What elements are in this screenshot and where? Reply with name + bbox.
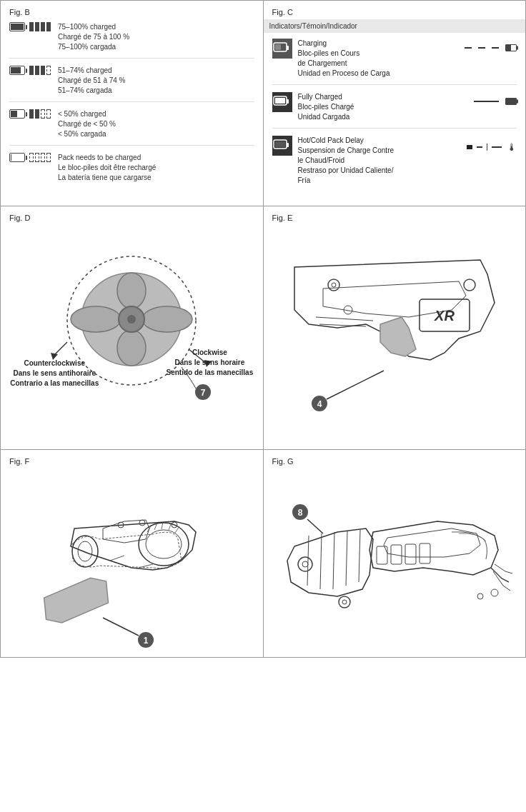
hot-cold-text: Hot/Cold Pack Delay Suspension de Charge… [298,136,465,186]
svg-text:4: 4 [317,399,322,409]
seg [41,66,45,75]
svg-point-55 [302,561,308,567]
seg [41,22,45,31]
fig-e-svg: XR 4 [273,231,516,424]
fig-d-label: Fig. D [9,214,254,222]
svg-point-54 [298,557,312,571]
battery-indicator-nub [517,46,518,50]
seg [35,22,39,31]
svg-point-13 [117,273,146,309]
clockwise-label: Clockwise Dans le sens horaire Sentido d… [167,348,254,378]
led-dash [477,146,482,148]
fully-charged-label3: Unidad Cargada [298,113,350,121]
svg-line-52 [346,531,347,586]
svg-point-59 [477,593,483,599]
led-space [487,47,490,49]
svg-rect-4 [287,99,289,104]
svg-text:8: 8 [297,508,302,518]
indicator-row-charging: Charging Bloc-piles en Cours de Chargeme… [272,39,517,85]
charging-label3: de Chargement [298,59,347,67]
hot-cold-icon [272,136,292,156]
svg-line-29 [327,371,384,399]
svg-line-27 [316,317,373,321]
battery-icon-threequarter [9,66,51,75]
svg-rect-8 [275,141,285,147]
fig-e-content: XR 4 [272,228,517,428]
svg-text:XR: XR [434,308,455,324]
battery-fill [11,24,24,30]
svg-line-37 [139,564,153,568]
counterclockwise-label: Counterclockwise Dans le sens antihorair… [10,359,99,389]
battery-fill [11,154,11,161]
hot-cold-label: Hot/Cold Pack Delay [298,136,364,144]
battery-fill [11,67,21,74]
battery-row-half: < 50% chargedChargé de < 50 %< 50% carga… [9,109,254,146]
battery-text-half: < 50% chargedChargé de < 50 %< 50% carga… [58,109,116,139]
hot-cold-label5: Fría [298,176,311,184]
svg-rect-2 [275,44,281,50]
charging-text: Charging Bloc-piles en Cours de Chargeme… [298,39,460,79]
battery-text-full: 75–100% chargedChargé de 75 à 100 %75–10… [58,22,129,52]
battery-indicator-nub [517,100,518,104]
svg-line-46 [103,618,139,636]
fig-e-label: Fig. E [272,214,517,222]
battery-body [9,109,25,119]
fully-charged-label: Fully Charged [298,93,342,101]
battery-fill [11,111,17,117]
indicator-row-fully-charged: Fully Charged Bloc-piles Chargé Unidad C… [272,92,517,129]
svg-point-57 [342,600,347,604]
seg [46,22,51,31]
battery-row-threequarter: 51–74% chargedChargé de 51 à 74 %51–74% … [9,66,254,102]
battery-text-empty: Pack needs to be chargedLe bloc-piles do… [58,153,156,183]
svg-line-53 [359,530,360,582]
led-dash [467,145,472,149]
svg-line-51 [333,532,334,589]
hot-cold-label2: Suspension de Charge Contre [298,146,394,154]
battery-row-full: 75–100% chargedChargé de 75 à 100 %75–10… [9,22,254,59]
charging-icon [272,39,292,59]
seg [35,66,39,75]
battery-indicator-fill [506,45,511,51]
svg-point-58 [491,589,498,596]
svg-point-26 [464,279,475,291]
svg-line-50 [320,533,322,589]
svg-rect-63 [420,543,430,563]
battery-indicator-fill [506,99,516,104]
led-dash [492,47,499,49]
battery-row-empty: Pack needs to be chargedLe bloc-piles do… [9,153,254,189]
indicator-row-hot-cold: Hot/Cold Pack Delay Suspension de Charge… [272,136,517,191]
seg [46,66,51,75]
fully-charged-text: Fully Charged Bloc-piles Chargé Unidad C… [298,92,469,122]
fig-b-cell: Fig. B 75–100% chargedChargé de 75 à 100… [1,1,264,206]
fully-charged-label2: Bloc-piles Chargé [298,103,354,111]
seg [29,66,34,75]
fig-d-content: 7 Counterclockwise Dans le sens antihora… [9,228,254,442]
indicator-header: Indicators/Témoin/Indicador [264,19,526,33]
svg-point-24 [332,283,336,287]
svg-text:1: 1 [144,636,149,646]
seg [35,109,39,119]
svg-point-39 [139,520,145,526]
battery-indicator-full [505,98,517,105]
segment-bars [28,22,51,31]
fig-c-cell: Fig. C Indicators/Témoin/Indicador Charg… [264,1,527,206]
svg-point-35 [78,541,92,561]
svg-point-23 [328,279,339,291]
fig-f-content: 1 [9,471,254,650]
led-dash [478,47,485,49]
svg-rect-1 [287,46,289,50]
battery-body [9,22,25,31]
segment-bars [28,109,51,119]
svg-point-14 [117,330,146,366]
seg [29,109,34,119]
fig-g-label: Fig. G [272,457,517,466]
fig-c-label: Fig. C [272,8,517,16]
svg-point-34 [72,536,98,567]
svg-point-16 [127,315,136,324]
battery-text-threequarter: 51–74% chargedChargé de 51 à 74 %51–74% … [58,66,126,96]
svg-point-11 [71,306,121,332]
svg-line-49 [307,536,309,586]
seg [29,153,34,162]
battery-icon-empty [9,153,51,162]
segment-bars [28,153,51,162]
